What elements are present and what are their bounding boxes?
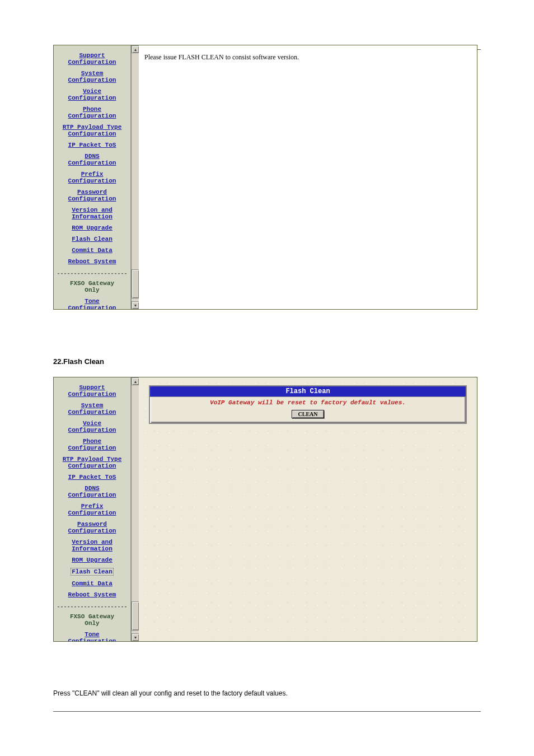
page-rule-bottom [53, 711, 481, 712]
nav-password[interactable]: PasswordConfiguration [55, 189, 129, 202]
caption-flash-clean-heading: 22.Flash Clean [53, 357, 481, 366]
screenshot-after-upgrade: SupportConfiguration SystemConfiguration… [53, 45, 477, 310]
nav-ddns[interactable]: DDNSConfiguration [55, 153, 129, 166]
nav-support[interactable]: SupportConfiguration [55, 52, 129, 66]
nav-reboot[interactable]: Reboot System [55, 591, 129, 598]
nav-rtp[interactable]: RTP Payload TypeConfiguration [55, 124, 129, 137]
nav-commit[interactable]: Commit Data [55, 247, 129, 254]
nav-version[interactable]: Version andInformation [55, 539, 129, 552]
nav-rtp[interactable]: RTP Payload TypeConfiguration [55, 456, 129, 469]
nav-system[interactable]: SystemConfiguration [55, 402, 129, 416]
content-area: Please issue FLASH CLEAN to consist soft… [139, 45, 477, 309]
scroll-thumb[interactable] [132, 269, 139, 298]
nav-rom[interactable]: ROM Upgrade [55, 557, 129, 563]
sidebar: SupportConfiguration SystemConfiguration… [54, 377, 131, 641]
scroll-down-button[interactable]: ▾ [132, 633, 139, 641]
nav-commit[interactable]: Commit Data [55, 580, 129, 587]
nav-tos[interactable]: IP Packet ToS [55, 474, 129, 480]
nav-fxso-label: FXSO GatewayOnly [55, 280, 129, 293]
nav-system[interactable]: SystemConfiguration [55, 70, 129, 83]
nav-phone[interactable]: PhoneConfiguration [55, 438, 129, 451]
nav-prefix[interactable]: PrefixConfiguration [55, 503, 129, 516]
panel-warning: VoIP Gateway will be reset to factory de… [150, 397, 466, 408]
nav-password[interactable]: PasswordConfiguration [55, 521, 129, 534]
nav-tone[interactable]: ToneConfiguration [55, 298, 129, 309]
nav-reboot[interactable]: Reboot System [55, 258, 129, 265]
sidebar: SupportConfiguration SystemConfiguration… [54, 45, 131, 309]
nav-flash[interactable]: Flash Clean [55, 236, 129, 242]
nav-version[interactable]: Version andInformation [55, 207, 129, 220]
nav-flash-active[interactable]: Flash Clean [55, 568, 129, 576]
nav-separator: --------------------- [55, 270, 129, 277]
nav-ddns[interactable]: DDNSConfiguration [55, 485, 129, 498]
nav-tone[interactable]: ToneConfiguration [55, 631, 129, 641]
clean-button[interactable]: CLEAN [292, 410, 324, 418]
content-area: Flash Clean VoIP Gateway will be reset t… [139, 377, 477, 641]
nav-separator: --------------------- [55, 604, 129, 610]
scroll-down-button[interactable]: ▾ [132, 301, 139, 309]
flash-clean-panel: Flash Clean VoIP Gateway will be reset t… [149, 385, 467, 424]
nav-tos[interactable]: IP Packet ToS [55, 142, 129, 148]
nav-support[interactable]: SupportConfiguration [55, 384, 129, 398]
scroll-up-button[interactable]: ▴ [132, 377, 139, 385]
nav-voice[interactable]: VoiceConfiguration [55, 420, 129, 433]
nav-phone[interactable]: PhoneConfiguration [55, 106, 129, 119]
nav-fxso-label: FXSO GatewayOnly [55, 613, 129, 627]
nav-rom[interactable]: ROM Upgrade [55, 225, 129, 231]
scroll-up-button[interactable]: ▴ [132, 45, 139, 53]
scroll-thumb[interactable] [132, 601, 139, 631]
screenshot-flash-clean: SupportConfiguration SystemConfiguration… [53, 377, 477, 642]
nav-voice[interactable]: VoiceConfiguration [55, 88, 129, 101]
caption-clean-description: Press "CLEAN" will clean all your config… [53, 689, 481, 697]
sidebar-scrollbar[interactable]: ▴ ▾ [131, 45, 139, 309]
panel-title: Flash Clean [150, 386, 466, 397]
flash-clean-message: Please issue FLASH CLEAN to consist soft… [144, 53, 299, 61]
nav-prefix[interactable]: PrefixConfiguration [55, 171, 129, 184]
sidebar-scrollbar[interactable]: ▴ ▾ [131, 377, 139, 641]
